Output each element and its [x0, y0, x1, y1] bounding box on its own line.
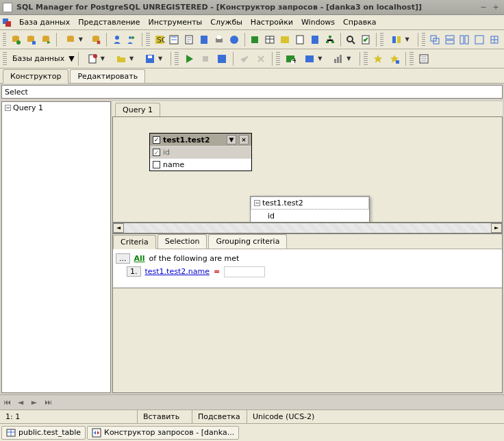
menu-settings[interactable]: Настройки: [247, 16, 297, 28]
tool-options[interactable]: [416, 51, 431, 66]
tool-db-disconnect[interactable]: [89, 32, 103, 47]
menu-services[interactable]: Службы: [206, 16, 247, 28]
tool-view[interactable]: [278, 32, 292, 47]
minimize-button[interactable]: −: [478, 2, 489, 13]
tool-open-query[interactable]: ▼: [111, 51, 138, 66]
tool-export[interactable]: ▼: [299, 51, 327, 66]
table-widget-test1-test2[interactable]: ✓ test1.test2 ▼ × ✓ id name: [149, 133, 252, 171]
tool-users[interactable]: [125, 32, 139, 47]
task-query-constructor[interactable]: Конструктор запросов - [danka...: [87, 426, 239, 440]
tool-sql-editor[interactable]: SQL: [153, 32, 166, 47]
tool-commit[interactable]: [237, 51, 252, 66]
tab-selection[interactable]: Selection: [158, 234, 207, 249]
tool-new-query[interactable]: ▼: [82, 51, 110, 66]
tool-create-view[interactable]: +: [283, 51, 298, 66]
menu-database[interactable]: База данных: [15, 16, 74, 28]
tool-save-query[interactable]: ▼: [140, 51, 167, 66]
maximize-button[interactable]: +: [490, 2, 501, 13]
tool-script[interactable]: [182, 32, 196, 47]
tab-criteria[interactable]: Criteria: [113, 235, 156, 249]
toolbar-separator: [418, 33, 418, 47]
table-widget-header[interactable]: ✓ test1.test2 ▼ ×: [150, 134, 251, 146]
tool-tile-v[interactable]: [458, 32, 472, 47]
tool-minimize-all[interactable]: [473, 32, 486, 47]
tool-explain[interactable]: [214, 51, 229, 66]
tool-extract[interactable]: [197, 32, 211, 47]
tool-tile-h[interactable]: [443, 32, 457, 47]
nav-last-icon[interactable]: ⏭: [41, 396, 55, 409]
close-icon[interactable]: ×: [239, 135, 249, 144]
toolbar-grip[interactable]: [146, 33, 149, 47]
tool-todo[interactable]: [359, 32, 373, 47]
menu-help[interactable]: Справка: [339, 16, 380, 28]
dropdown-arrow-icon[interactable]: ▼: [68, 54, 74, 63]
menu-windows[interactable]: Windows: [297, 16, 339, 28]
tree-collapse-icon[interactable]: −: [5, 105, 11, 111]
task-public-test-table[interactable]: public.test_table: [1, 426, 86, 440]
table-field-row[interactable]: ✓ id: [150, 146, 251, 158]
tab-constructor[interactable]: Конструктор: [3, 69, 68, 84]
menu-view[interactable]: Представление: [74, 16, 144, 28]
criteria-value-input[interactable]: [224, 266, 265, 277]
nav-prev-icon[interactable]: ◄: [14, 396, 27, 409]
tool-user[interactable]: [110, 32, 124, 47]
tool-fav-list[interactable]: [387, 51, 402, 66]
tool-tree[interactable]: [323, 32, 337, 47]
tool-fav-add[interactable]: [370, 51, 386, 66]
tool-cascade[interactable]: [428, 32, 442, 47]
criteria-menu-button[interactable]: ...: [116, 253, 130, 264]
tool-grant[interactable]: [249, 32, 262, 47]
checkbox-icon[interactable]: [153, 161, 160, 168]
scroll-track[interactable]: [124, 223, 491, 233]
tree-item-query1[interactable]: − Query 1: [2, 102, 110, 114]
tool-stop[interactable]: [198, 51, 213, 66]
toolbar-grip[interactable]: [422, 33, 425, 47]
tool-execute[interactable]: [181, 51, 197, 66]
nav-first-icon[interactable]: ⏮: [0, 396, 14, 409]
toolbar-grip[interactable]: [276, 52, 280, 66]
tool-db-connect[interactable]: ▼: [60, 32, 88, 47]
toolbar-grip[interactable]: [3, 33, 6, 47]
canvas-tab-query1[interactable]: Query 1: [115, 103, 160, 117]
tool-query-builder[interactable]: [167, 32, 181, 47]
toolbar-grip[interactable]: [364, 52, 368, 66]
tab-edit[interactable]: Редактировать: [70, 69, 145, 83]
diagram-canvas[interactable]: ✓ test1.test2 ▼ × ✓ id name −: [112, 116, 503, 223]
tab-grouping[interactable]: Grouping criteria: [208, 234, 287, 249]
toolbar-grip[interactable]: [380, 33, 383, 47]
criteria-index[interactable]: 1.: [127, 266, 141, 277]
tool-db-new[interactable]: [9, 32, 23, 47]
popup-field-row[interactable]: id: [251, 210, 369, 223]
toolbar-grip[interactable]: [3, 52, 7, 66]
checkbox-icon[interactable]: ✓: [153, 149, 160, 156]
criteria-operator[interactable]: =: [214, 267, 220, 276]
select-type-bar[interactable]: Select: [1, 85, 503, 99]
tool-func[interactable]: [308, 32, 322, 47]
checkbox-all-icon[interactable]: ✓: [153, 136, 160, 144]
table-field-row[interactable]: name: [150, 158, 251, 171]
tool-restore-all[interactable]: [488, 32, 501, 47]
menu-tools[interactable]: Инструменты: [144, 16, 207, 28]
scroll-right-icon[interactable]: ►: [491, 223, 502, 233]
tool-table[interactable]: [263, 32, 277, 47]
tool-find[interactable]: [344, 32, 358, 47]
tool-chart[interactable]: ▼: [328, 51, 355, 66]
criteria-quantifier[interactable]: All: [134, 254, 145, 263]
popup-table-row[interactable]: − test1.test2: [251, 197, 369, 210]
dropdown-icon[interactable]: ▼: [227, 135, 236, 144]
criteria-field-link[interactable]: test1.test2.name: [145, 267, 210, 276]
tool-compare[interactable]: ▼: [386, 32, 414, 47]
toolbar-grip[interactable]: [175, 52, 179, 66]
tool-db-refresh[interactable]: [39, 32, 53, 47]
tool-proc[interactable]: [293, 32, 307, 47]
tree-collapse-icon[interactable]: −: [254, 200, 260, 206]
tool-db-edit[interactable]: [24, 32, 38, 47]
tool-print[interactable]: [212, 32, 226, 47]
scroll-left-icon[interactable]: ◄: [113, 223, 124, 233]
tool-html[interactable]: [227, 32, 241, 47]
toolbar-grip[interactable]: [410, 52, 414, 66]
canvas-hscrollbar[interactable]: ◄ ►: [112, 223, 503, 234]
field-picker-popup[interactable]: − test1.test2 id name: [250, 196, 370, 223]
tool-rollback[interactable]: [253, 51, 268, 66]
nav-next-icon[interactable]: ►: [27, 396, 41, 409]
